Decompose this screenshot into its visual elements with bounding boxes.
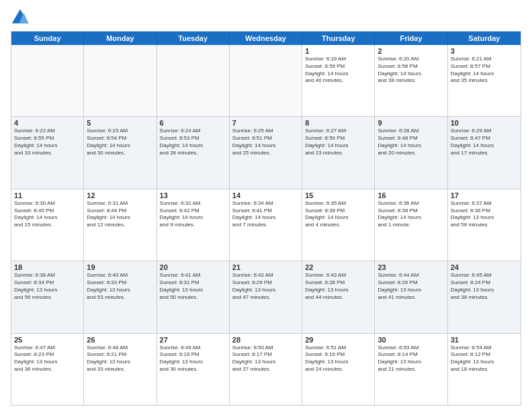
day-cell-22: 22Sunrise: 6:43 AMSunset: 8:28 PMDayligh…	[302, 261, 375, 332]
day-cell-26: 26Sunrise: 6:48 AMSunset: 8:21 PMDayligh…	[84, 334, 157, 405]
day-number: 16	[378, 191, 444, 199]
day-info: Sunrise: 6:31 AMSunset: 8:44 PMDaylight:…	[87, 200, 153, 229]
day-number: 25	[14, 336, 81, 344]
day-info: Sunrise: 6:40 AMSunset: 8:33 PMDaylight:…	[87, 272, 153, 301]
logo	[11, 8, 32, 27]
day-cell-16: 16Sunrise: 6:36 AMSunset: 8:38 PMDayligh…	[375, 189, 447, 261]
day-cell-11: 11Sunrise: 6:30 AMSunset: 8:45 PMDayligh…	[11, 189, 84, 261]
day-cell-9: 9Sunrise: 6:28 AMSunset: 8:48 PMDaylight…	[375, 117, 447, 188]
day-info: Sunrise: 6:42 AMSunset: 8:29 PMDaylight:…	[232, 272, 299, 301]
day-cell-14: 14Sunrise: 6:34 AMSunset: 8:41 PMDayligh…	[230, 189, 302, 261]
day-info: Sunrise: 6:35 AMSunset: 8:39 PMDaylight:…	[305, 200, 371, 229]
day-cell-15: 15Sunrise: 6:35 AMSunset: 8:39 PMDayligh…	[302, 189, 375, 261]
day-info: Sunrise: 6:47 AMSunset: 8:23 PMDaylight:…	[14, 345, 81, 373]
day-info: Sunrise: 6:19 AMSunset: 8:59 PMDaylight:…	[305, 56, 371, 85]
day-number: 29	[305, 336, 371, 344]
day-number: 23	[378, 263, 444, 271]
empty-cell	[157, 45, 230, 116]
logo-icon	[11, 8, 30, 27]
day-cell-10: 10Sunrise: 6:29 AMSunset: 8:47 PMDayligh…	[448, 117, 521, 188]
day-number: 30	[378, 336, 444, 344]
header-day-monday: Monday	[84, 32, 157, 45]
header-day-sunday: Sunday	[11, 32, 84, 45]
day-number: 14	[232, 191, 299, 199]
day-info: Sunrise: 6:20 AMSunset: 8:58 PMDaylight:…	[378, 56, 444, 85]
day-number: 5	[87, 119, 153, 127]
calendar-row-1: 4Sunrise: 6:22 AMSunset: 8:55 PMDaylight…	[11, 117, 521, 189]
calendar-row-3: 18Sunrise: 6:38 AMSunset: 8:34 PMDayligh…	[11, 261, 521, 333]
day-number: 21	[232, 263, 299, 271]
day-cell-30: 30Sunrise: 6:53 AMSunset: 8:14 PMDayligh…	[375, 334, 447, 405]
empty-cell	[11, 45, 84, 116]
day-info: Sunrise: 6:34 AMSunset: 8:41 PMDaylight:…	[232, 200, 299, 229]
calendar-body: 1Sunrise: 6:19 AMSunset: 8:59 PMDaylight…	[11, 45, 521, 405]
day-info: Sunrise: 6:54 AMSunset: 8:12 PMDaylight:…	[451, 345, 518, 373]
header-day-thursday: Thursday	[302, 32, 375, 45]
day-cell-2: 2Sunrise: 6:20 AMSunset: 8:58 PMDaylight…	[375, 45, 447, 116]
day-cell-6: 6Sunrise: 6:24 AMSunset: 8:53 PMDaylight…	[157, 117, 230, 188]
day-info: Sunrise: 6:21 AMSunset: 8:57 PMDaylight:…	[451, 56, 518, 85]
day-number: 10	[451, 119, 518, 127]
calendar: SundayMondayTuesdayWednesdayThursdayFrid…	[11, 31, 521, 406]
day-number: 28	[232, 336, 299, 344]
header-day-friday: Friday	[375, 32, 447, 45]
day-info: Sunrise: 6:50 AMSunset: 8:17 PMDaylight:…	[232, 345, 299, 373]
day-info: Sunrise: 6:37 AMSunset: 8:36 PMDaylight:…	[451, 200, 518, 229]
day-cell-21: 21Sunrise: 6:42 AMSunset: 8:29 PMDayligh…	[230, 261, 302, 332]
day-info: Sunrise: 6:25 AMSunset: 8:51 PMDaylight:…	[232, 128, 299, 156]
day-number: 7	[232, 119, 299, 127]
day-number: 1	[305, 47, 371, 55]
day-number: 8	[305, 119, 371, 127]
day-number: 31	[451, 336, 518, 344]
day-cell-27: 27Sunrise: 6:49 AMSunset: 8:19 PMDayligh…	[157, 334, 230, 405]
day-number: 17	[451, 191, 518, 199]
day-number: 9	[378, 119, 444, 127]
day-number: 4	[14, 119, 81, 127]
day-number: 24	[451, 263, 518, 271]
day-cell-3: 3Sunrise: 6:21 AMSunset: 8:57 PMDaylight…	[448, 45, 521, 116]
day-number: 20	[160, 263, 226, 271]
empty-cell	[230, 45, 302, 116]
day-info: Sunrise: 6:43 AMSunset: 8:28 PMDaylight:…	[305, 272, 371, 301]
day-info: Sunrise: 6:36 AMSunset: 8:38 PMDaylight:…	[378, 200, 444, 229]
day-cell-23: 23Sunrise: 6:44 AMSunset: 8:26 PMDayligh…	[375, 261, 447, 332]
day-cell-4: 4Sunrise: 6:22 AMSunset: 8:55 PMDaylight…	[11, 117, 84, 188]
day-info: Sunrise: 6:24 AMSunset: 8:53 PMDaylight:…	[160, 128, 226, 156]
day-info: Sunrise: 6:28 AMSunset: 8:48 PMDaylight:…	[378, 128, 444, 156]
day-cell-1: 1Sunrise: 6:19 AMSunset: 8:59 PMDaylight…	[302, 45, 375, 116]
day-info: Sunrise: 6:23 AMSunset: 8:54 PMDaylight:…	[87, 128, 153, 156]
day-info: Sunrise: 6:38 AMSunset: 8:34 PMDaylight:…	[14, 272, 81, 301]
day-cell-8: 8Sunrise: 6:27 AMSunset: 8:50 PMDaylight…	[302, 117, 375, 188]
header	[11, 8, 521, 27]
day-cell-12: 12Sunrise: 6:31 AMSunset: 8:44 PMDayligh…	[84, 189, 157, 261]
day-info: Sunrise: 6:48 AMSunset: 8:21 PMDaylight:…	[87, 345, 153, 373]
day-info: Sunrise: 6:22 AMSunset: 8:55 PMDaylight:…	[14, 128, 81, 156]
day-info: Sunrise: 6:49 AMSunset: 8:19 PMDaylight:…	[160, 345, 226, 373]
day-number: 6	[160, 119, 226, 127]
day-number: 15	[305, 191, 371, 199]
day-number: 27	[160, 336, 226, 344]
empty-cell	[84, 45, 157, 116]
day-number: 3	[451, 47, 518, 55]
day-number: 12	[87, 191, 153, 199]
day-cell-13: 13Sunrise: 6:32 AMSunset: 8:42 PMDayligh…	[157, 189, 230, 261]
day-info: Sunrise: 6:53 AMSunset: 8:14 PMDaylight:…	[378, 345, 444, 373]
day-number: 2	[378, 47, 444, 55]
day-cell-18: 18Sunrise: 6:38 AMSunset: 8:34 PMDayligh…	[11, 261, 84, 332]
day-number: 26	[87, 336, 153, 344]
day-cell-17: 17Sunrise: 6:37 AMSunset: 8:36 PMDayligh…	[448, 189, 521, 261]
day-info: Sunrise: 6:30 AMSunset: 8:45 PMDaylight:…	[14, 200, 81, 229]
day-cell-7: 7Sunrise: 6:25 AMSunset: 8:51 PMDaylight…	[230, 117, 302, 188]
day-number: 19	[87, 263, 153, 271]
page: SundayMondayTuesdayWednesdayThursdayFrid…	[0, 0, 532, 411]
day-number: 13	[160, 191, 226, 199]
day-number: 11	[14, 191, 81, 199]
day-cell-29: 29Sunrise: 6:51 AMSunset: 8:16 PMDayligh…	[302, 334, 375, 405]
day-info: Sunrise: 6:44 AMSunset: 8:26 PMDaylight:…	[378, 272, 444, 301]
day-number: 18	[14, 263, 81, 271]
day-cell-25: 25Sunrise: 6:47 AMSunset: 8:23 PMDayligh…	[11, 334, 84, 405]
day-info: Sunrise: 6:45 AMSunset: 8:24 PMDaylight:…	[451, 272, 518, 301]
day-cell-5: 5Sunrise: 6:23 AMSunset: 8:54 PMDaylight…	[84, 117, 157, 188]
day-info: Sunrise: 6:51 AMSunset: 8:16 PMDaylight:…	[305, 345, 371, 373]
calendar-row-0: 1Sunrise: 6:19 AMSunset: 8:59 PMDaylight…	[11, 45, 521, 117]
